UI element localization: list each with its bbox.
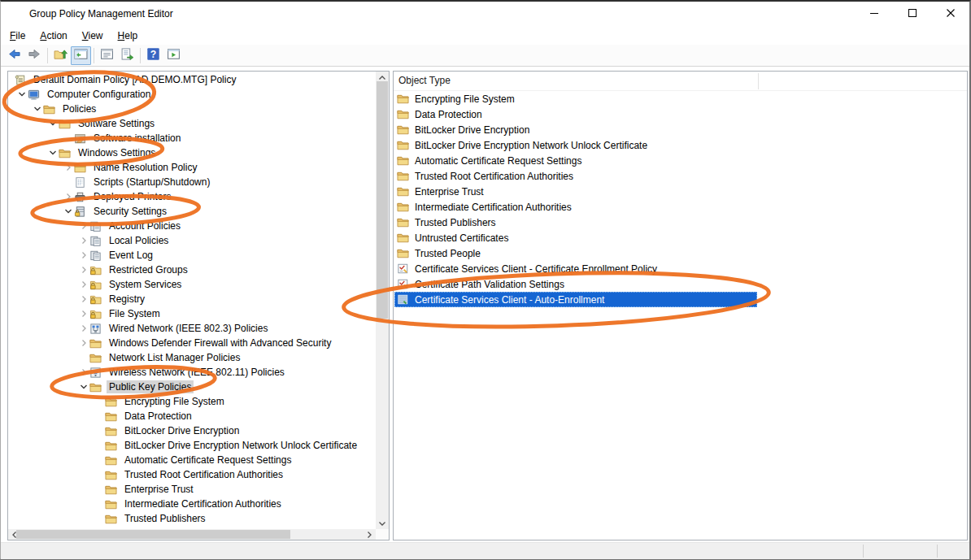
up-one-level-button[interactable] — [50, 46, 71, 65]
tree-item-enterprise-trust[interactable]: Enterprise Trust — [8, 482, 376, 497]
list-item-label: Intermediate Certification Authorities — [413, 201, 573, 214]
list-item-certificate-services-client-certificate-enrollment-policy[interactable]: Certificate Services Client - Certificat… — [394, 261, 757, 276]
tree-item-restricted-groups[interactable]: Restricted Groups — [8, 263, 376, 277]
tree-item-software-settings[interactable]: Software Settings — [8, 116, 376, 131]
tree-vertical-scrollbar[interactable] — [376, 72, 389, 529]
tree-item-label: Windows Defender Firewall with Advanced … — [107, 336, 333, 349]
tree-item-public-key-policies[interactable]: Public Key Policies — [8, 380, 376, 394]
chevron-right-icon[interactable] — [78, 220, 89, 232]
minimize-button[interactable] — [855, 2, 893, 27]
chevron-right-icon[interactable] — [78, 293, 89, 305]
tree-item-windows-defender-firewall-with-advanced-security[interactable]: Windows Defender Firewall with Advanced … — [8, 336, 376, 350]
menu-view[interactable]: View — [75, 27, 111, 45]
tree-item-policies[interactable]: Policies — [8, 102, 376, 116]
tree-item-label: Windows Settings — [76, 146, 158, 159]
tree-item-account-policies[interactable]: Account Policies — [8, 219, 376, 233]
policy-pages-icon — [89, 250, 102, 262]
tree-item-default-domain-policy-ad-demo-mtg-policy[interactable]: Default Domain Policy [AD.DEMO.MTG] Poli… — [8, 72, 376, 87]
column-header-object-type[interactable]: Object Type — [398, 72, 451, 90]
close-button[interactable] — [931, 2, 969, 27]
scroll-down-arrow-icon[interactable] — [376, 517, 389, 529]
tree-item-deployed-printers[interactable]: Deployed Printers — [8, 189, 376, 204]
tree-item-bitlocker-drive-encryption[interactable]: BitLocker Drive Encryption — [8, 423, 376, 438]
chevron-right-icon[interactable] — [63, 191, 74, 202]
statusbar-divider — [863, 545, 864, 558]
tree-item-registry[interactable]: Registry — [8, 292, 376, 306]
chevron-right-icon[interactable] — [78, 323, 89, 334]
tree-item-system-services[interactable]: System Services — [8, 277, 376, 292]
tree-item-bitlocker-drive-encryption-network-unlock-certificate[interactable]: BitLocker Drive Encryption Network Unloc… — [8, 438, 376, 453]
list-item-encrypting-file-system[interactable]: Encrypting File System — [394, 91, 757, 106]
tree-item-data-protection[interactable]: Data Protection — [8, 409, 376, 423]
tree-item-automatic-certificate-request-settings[interactable]: Automatic Certificate Request Settings — [8, 453, 376, 467]
list-item-automatic-certificate-request-settings[interactable]: Automatic Certificate Request Settings — [394, 153, 757, 168]
tree-horizontal-scrollbar[interactable] — [8, 529, 376, 540]
list-item-trusted-publishers[interactable]: Trusted Publishers — [394, 215, 757, 230]
tree-item-security-settings[interactable]: Security Settings — [8, 204, 376, 219]
folder-lock-icon — [89, 264, 102, 276]
tree-item-network-list-manager-policies[interactable]: Network List Manager Policies — [8, 350, 376, 365]
chevron-down-icon[interactable] — [16, 89, 28, 100]
certificate-settings-icon — [397, 278, 410, 290]
chevron-right-icon[interactable] — [63, 162, 74, 173]
scroll-right-arrow-icon[interactable] — [363, 529, 376, 540]
tree-item-trusted-publishers[interactable]: Trusted Publishers — [8, 511, 376, 526]
list-item-trusted-people[interactable]: Trusted People — [394, 245, 757, 261]
tree-item-local-policies[interactable]: Local Policies — [8, 233, 376, 248]
tree-item-label: Enterprise Trust — [122, 483, 196, 496]
list-item-trusted-root-certification-authorities[interactable]: Trusted Root Certification Authorities — [394, 168, 757, 184]
list-item-enterprise-trust[interactable]: Enterprise Trust — [394, 184, 757, 199]
new-window-button[interactable] — [163, 46, 184, 65]
tree-item-software-installation[interactable]: Software installation — [8, 131, 376, 145]
tree-item-encrypting-file-system[interactable]: Encrypting File System — [8, 394, 376, 409]
back-button[interactable] — [4, 46, 24, 65]
chevron-right-icon[interactable] — [78, 264, 89, 276]
chevron-right-icon[interactable] — [78, 308, 89, 319]
list-item-label: Trusted Publishers — [413, 216, 498, 229]
tree-item-name-resolution-policy[interactable]: Name Resolution Policy — [8, 160, 376, 175]
folder-icon — [397, 201, 410, 213]
list-item-data-protection[interactable]: Data Protection — [394, 106, 757, 122]
chevron-right-icon[interactable] — [78, 279, 89, 290]
tree-item-wired-network-ieee-802-3-policies[interactable]: Wired Network (IEEE 802.3) Policies — [8, 321, 376, 336]
help-button[interactable]: ? — [143, 46, 163, 65]
menu-help[interactable]: Help — [111, 27, 146, 45]
chevron-down-icon[interactable] — [32, 103, 43, 115]
tree-item-windows-settings[interactable]: Windows Settings — [8, 145, 376, 160]
properties-button[interactable] — [97, 46, 117, 65]
list-item-certificate-path-validation-settings[interactable]: Certificate Path Validation Settings — [394, 276, 757, 292]
chevron-right-icon[interactable] — [78, 250, 89, 261]
list-item-untrusted-certificates[interactable]: Untrusted Certificates — [394, 230, 757, 245]
forward-button[interactable] — [24, 46, 45, 65]
tree-item-scripts-startup-shutdown[interactable]: Scripts (Startup/Shutdown) — [8, 175, 376, 189]
folder-icon — [105, 410, 118, 423]
list-item-bitlocker-drive-encryption-network-unlock-certificate[interactable]: BitLocker Drive Encryption Network Unloc… — [394, 137, 757, 153]
tree-item-label: Policies — [60, 102, 98, 115]
chevron-right-icon[interactable] — [78, 337, 89, 349]
list-item-bitlocker-drive-encryption[interactable]: BitLocker Drive Encryption — [394, 122, 757, 137]
tree-hscroll-thumb[interactable] — [16, 530, 290, 539]
show-console-tree-button[interactable] — [71, 46, 91, 65]
tree-item-intermediate-certification-authorities[interactable]: Intermediate Certification Authorities — [8, 497, 376, 511]
chevron-down-icon[interactable] — [78, 381, 89, 393]
list-item-intermediate-certification-authorities[interactable]: Intermediate Certification Authorities — [394, 199, 757, 215]
chevron-down-icon[interactable] — [63, 206, 74, 217]
maximize-button[interactable] — [893, 2, 931, 27]
menu-file[interactable]: File — [2, 27, 33, 45]
list-item-certificate-services-client-auto-enrollment[interactable]: Certificate Services Client - Auto-Enrol… — [394, 292, 757, 307]
help-icon: ? — [146, 47, 160, 64]
chevron-down-icon[interactable] — [47, 147, 59, 158]
chevron-right-icon[interactable] — [78, 235, 89, 246]
menu-action[interactable]: Action — [33, 27, 74, 45]
chevron-down-icon[interactable] — [47, 118, 59, 129]
tree-item-computer-configuration[interactable]: Computer Configuration — [8, 87, 376, 102]
tree-item-event-log[interactable]: Event Log — [8, 248, 376, 263]
folder-icon — [397, 154, 410, 167]
export-list-button[interactable] — [117, 46, 137, 65]
tree-item-trusted-root-certification-authorities[interactable]: Trusted Root Certification Authorities — [8, 467, 376, 482]
tree-item-wireless-network-ieee-802-11-policies[interactable]: Wireless Network (IEEE 802.11) Policies — [8, 365, 376, 380]
chevron-right-icon[interactable] — [78, 367, 89, 378]
tree-vscroll-thumb[interactable] — [377, 81, 388, 319]
tree-item-file-system[interactable]: File System — [8, 306, 376, 321]
column-divider[interactable] — [758, 73, 759, 89]
